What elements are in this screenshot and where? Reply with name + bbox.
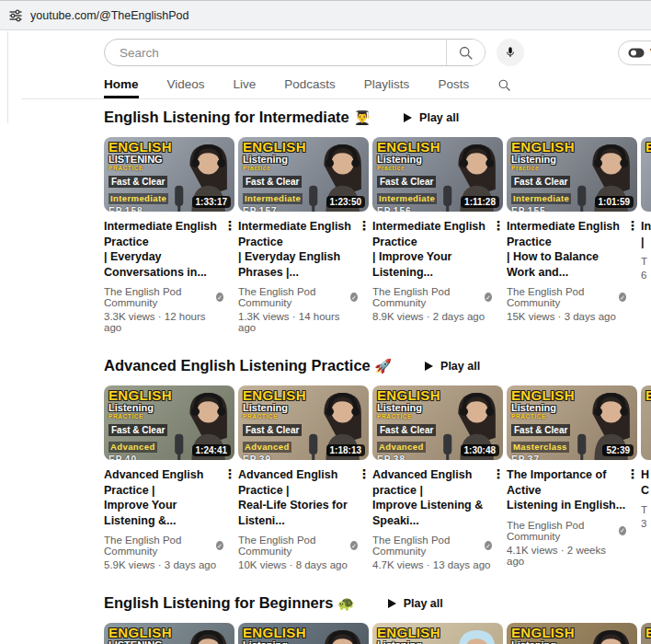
voice-search-button[interactable]	[497, 39, 524, 66]
duration-badge: 1:30:48	[461, 444, 499, 456]
kebab-menu-icon[interactable]: ⋮	[223, 219, 234, 333]
video-thumbnail[interactable]: ENGLISH LISTENING PRACTICE Slow & Clear …	[104, 623, 234, 644]
tab-podcasts[interactable]: Podcasts	[284, 77, 336, 97]
kebab-menu-icon[interactable]: ⋮	[492, 467, 503, 570]
thumb-pace-badge: Fast & Clear	[377, 424, 436, 436]
kebab-menu-icon[interactable]: ⋮	[358, 219, 369, 333]
video-row: ENGLISH LISTENING PRACTICE Fast & Clear …	[104, 137, 651, 333]
thumb-subline: LISTENING	[108, 154, 172, 165]
search-button[interactable]	[446, 40, 485, 65]
header-toggle-button[interactable]: Vi	[618, 40, 651, 65]
video-info: Intermediate English Practice | How to B…	[507, 219, 637, 322]
kebab-menu-icon[interactable]: ⋮	[492, 219, 503, 322]
video-card: ENGLISH Listening PRACTICE Slow & Easy B…	[372, 623, 503, 644]
tab-playlists[interactable]: Playlists	[364, 77, 410, 97]
video-title[interactable]: The Importance of Active Listening in En…	[507, 467, 626, 513]
video-thumbnail[interactable]: ENGLISH	[641, 623, 651, 644]
video-info: In | T ✓ 6 ⋮	[641, 219, 651, 281]
video-meta: 8.9K views · 2 days ago	[372, 311, 492, 322]
video-card: ENGLISH Listening Practice Fast & Clear …	[372, 137, 503, 333]
video-thumbnail[interactable]: ENGLISH LISTENING PRACTICE Fast & Clear …	[104, 137, 234, 212]
kebab-menu-icon[interactable]: ⋮	[626, 467, 637, 567]
tabs-search-icon[interactable]	[497, 78, 511, 96]
video-info: Intermediate English Practice | Everyday…	[238, 219, 369, 333]
channel-name[interactable]: The English Pod Community ✓	[104, 535, 223, 557]
channel-name[interactable]: The English Pod Community ✓	[507, 286, 626, 308]
video-thumbnail[interactable]: ENGLISH Listening PRACTICE Fast & Clear …	[238, 385, 369, 460]
thumb-episode-label: EP.40	[108, 454, 172, 460]
video-info: The Importance of Active Listening in En…	[507, 467, 637, 567]
video-thumbnail[interactable]: ENGLISH Listening Practice Fast & Clear …	[507, 137, 637, 212]
channel-name[interactable]: The English Pod Community ✓	[238, 535, 358, 557]
channel-name[interactable]: The English Pod Community ✓	[507, 520, 626, 542]
kebab-menu-icon[interactable]: ⋮	[223, 467, 234, 570]
video-info: H C T ✓ 3 ⋮	[641, 467, 651, 529]
video-thumbnail[interactable]: ENGLISH Listening Practice Fast & Clear …	[238, 137, 369, 212]
play-all-button[interactable]: Play all	[383, 596, 449, 611]
thumbnail-text-stack: ENGLISH Listening Practice Fast & Clear …	[511, 140, 575, 212]
thumb-pace-badge: Fast & Clear	[108, 176, 167, 188]
thumb-practice-label: Practice	[243, 165, 306, 172]
video-thumbnail[interactable]: ENGLISH Listening PRACTICE Slow & Easy B…	[507, 623, 637, 644]
video-title[interactable]: Advanced English practice | Improve List…	[372, 467, 492, 528]
video-texts: H C T ✓ 3	[641, 467, 651, 529]
channel-name[interactable]: The English Pod Community ✓	[238, 286, 358, 308]
tab-videos[interactable]: Videos	[167, 77, 205, 97]
video-texts: Intermediate English Practice | How to B…	[507, 219, 626, 322]
thumb-episode-label: EP.38	[377, 454, 440, 460]
video-texts: Intermediate English Practice | Improve …	[372, 219, 492, 322]
video-thumbnail[interactable]: ENGLISH Listening PRACTICE Fast & Clear …	[104, 385, 234, 460]
video-title[interactable]: Intermediate English Practice | Everyday…	[238, 219, 358, 280]
thumb-episode-label: EP.158	[108, 206, 172, 212]
video-thumbnail[interactable]: ENGLISH	[641, 385, 651, 460]
kebab-menu-icon[interactable]: ⋮	[626, 219, 637, 322]
video-row: ENGLISH LISTENING PRACTICE Slow & Clear …	[104, 623, 651, 644]
channel-name[interactable]: T ✓	[641, 504, 651, 515]
section-title-text: English Listening for Intermediate	[104, 109, 349, 125]
verified-badge-icon: ✓	[350, 541, 358, 550]
channel-name[interactable]: The English Pod Community ✓	[372, 286, 492, 308]
channel-name[interactable]: T ✓	[641, 256, 651, 267]
search-box[interactable]	[104, 39, 485, 66]
section-title: Advanced English Listening Practice 🚀	[104, 357, 392, 374]
verified-badge-icon: ✓	[485, 293, 492, 302]
thumb-subline: LISTENING	[108, 639, 172, 644]
channel-name[interactable]: The English Pod Community ✓	[104, 286, 223, 308]
video-title[interactable]: Advanced English Practice | Real-Life St…	[238, 467, 358, 528]
video-thumbnail[interactable]: ENGLISH Listening PRACTICE Slow & Easy B…	[372, 623, 503, 644]
video-title[interactable]: In |	[641, 219, 651, 249]
play-all-button[interactable]: Play all	[398, 110, 464, 125]
video-meta: 3.3K views · 12 hours ago	[104, 311, 223, 333]
section-header: English Listening for Intermediate 👨‍🎓 P…	[104, 109, 651, 126]
thumbnail-text-stack: ENGLISH Listening Practice Fast & Clear …	[243, 140, 306, 212]
thumbnail-text-stack: ENGLISH	[645, 140, 651, 154]
video-title[interactable]: Intermediate English Practice | How to B…	[507, 219, 626, 280]
tab-posts[interactable]: Posts	[438, 77, 469, 97]
tab-home[interactable]: Home	[104, 77, 139, 97]
video-thumbnail[interactable]: ENGLISH Listening PRACTICE Slow & Easy B…	[238, 623, 369, 644]
browser-url-bar[interactable]: youtube.com/@TheEnglishPod	[0, 0, 651, 30]
video-card: ENGLISH In |	[641, 137, 651, 333]
video-title[interactable]: H C	[641, 467, 651, 498]
video-title[interactable]: Advanced English Practice | Improve Your…	[104, 467, 223, 528]
tune-icon[interactable]	[8, 8, 23, 23]
video-title[interactable]: Intermediate English Practice | Everyday…	[104, 219, 223, 280]
video-card: ENGLISH Listening PRACTICE Slow & Easy B…	[507, 623, 637, 644]
play-all-button[interactable]: Play all	[419, 359, 485, 374]
thumb-headline: ENGLISH	[108, 626, 172, 639]
video-thumbnail[interactable]: ENGLISH Listening Practice Fast & Clear …	[372, 137, 503, 212]
channel-name[interactable]: The English Pod Community ✓	[372, 535, 492, 557]
thumb-practice-label: PRACTICE	[108, 165, 172, 172]
thumb-headline: ENGLISH	[108, 140, 172, 154]
tab-live[interactable]: Live	[234, 77, 257, 97]
video-card: ENGLISH Listening PRACTICE Fast & Clear …	[104, 385, 234, 570]
video-thumbnail[interactable]: ENGLISH Listening PRACTICE Fast & Clear …	[507, 385, 637, 460]
video-title[interactable]: Intermediate English Practice | Improve …	[372, 219, 492, 280]
video-thumbnail[interactable]: ENGLISH Listening PRACTICE Fast & Clear …	[372, 385, 503, 460]
thumb-headline: ENGLISH	[645, 626, 651, 639]
thumb-level-badge: Advanced	[377, 442, 426, 453]
thumbnail-text-stack: ENGLISH Listening PRACTICE Slow & Easy B…	[243, 626, 306, 644]
search-input[interactable]	[118, 45, 446, 61]
video-thumbnail[interactable]: ENGLISH	[641, 137, 651, 212]
kebab-menu-icon[interactable]: ⋮	[358, 467, 369, 570]
